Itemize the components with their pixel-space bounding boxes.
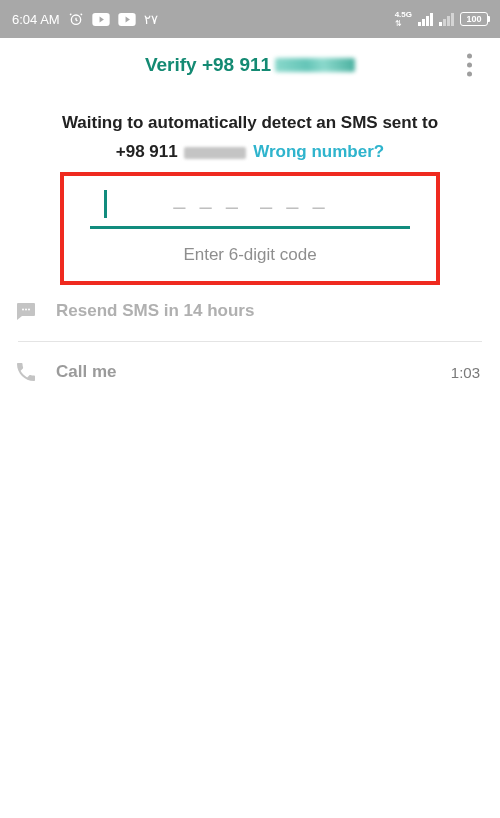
resend-label: Resend SMS in 14 hours <box>56 301 480 321</box>
digit-placeholder: – <box>226 194 240 220</box>
svg-point-5 <box>28 309 30 311</box>
status-left: 6:04 AM ٢٧ <box>12 11 158 27</box>
title-text: Verify +98 911 <box>145 54 271 76</box>
network-label: 4.5G <box>395 11 412 19</box>
status-extra: ٢٧ <box>144 12 158 27</box>
digit-placeholder: – <box>313 194 327 220</box>
phone-icon <box>12 360 40 384</box>
call-me-row[interactable]: Call me 1:03 <box>0 346 500 398</box>
redacted-number <box>275 58 355 72</box>
main-content: Waiting to automatically detect an SMS s… <box>0 92 500 285</box>
redacted-number <box>184 147 246 159</box>
svg-point-3 <box>22 309 24 311</box>
code-group-1: – – – <box>173 194 240 220</box>
digit-placeholder: – <box>260 194 274 220</box>
phone-prefix: +98 911 <box>116 142 178 161</box>
digit-placeholder: – <box>173 194 187 220</box>
sms-icon <box>12 299 40 323</box>
divider <box>18 341 482 342</box>
svg-point-4 <box>25 309 27 311</box>
overflow-menu-button[interactable] <box>459 46 480 85</box>
youtube-icon <box>92 13 110 26</box>
battery-icon: 100 <box>460 12 488 26</box>
alarm-icon <box>68 11 84 27</box>
phone-line: +98 911 Wrong number? <box>20 142 480 162</box>
text-cursor <box>104 190 107 218</box>
digit-placeholder: – <box>286 194 300 220</box>
status-time: 6:04 AM <box>12 12 60 27</box>
app-bar: Verify +98 911 <box>0 38 500 92</box>
code-entry-highlight: – – – – – – Enter 6-digit code <box>60 172 440 285</box>
code-group-2: – – – <box>260 194 327 220</box>
page-title: Verify +98 911 <box>145 54 355 76</box>
resend-sms-row: Resend SMS in 14 hours <box>0 285 500 337</box>
call-label: Call me <box>56 362 435 382</box>
signal-icon-secondary <box>439 13 454 26</box>
wrong-number-link[interactable]: Wrong number? <box>253 142 384 161</box>
call-timer: 1:03 <box>451 364 480 381</box>
signal-icon <box>418 13 433 26</box>
waiting-message: Waiting to automatically detect an SMS s… <box>20 112 480 134</box>
status-bar: 6:04 AM ٢٧ 4.5G ⇅ 100 <box>0 0 500 38</box>
digit-placeholder: – <box>200 194 214 220</box>
code-hint: Enter 6-digit code <box>80 245 420 265</box>
status-right: 4.5G ⇅ 100 <box>395 11 488 28</box>
code-input[interactable]: – – – – – – <box>90 186 410 229</box>
data-arrows-icon: ⇅ <box>395 20 402 28</box>
battery-level: 100 <box>466 14 481 24</box>
youtube-icon <box>118 13 136 26</box>
network-indicator: 4.5G ⇅ <box>395 11 412 28</box>
